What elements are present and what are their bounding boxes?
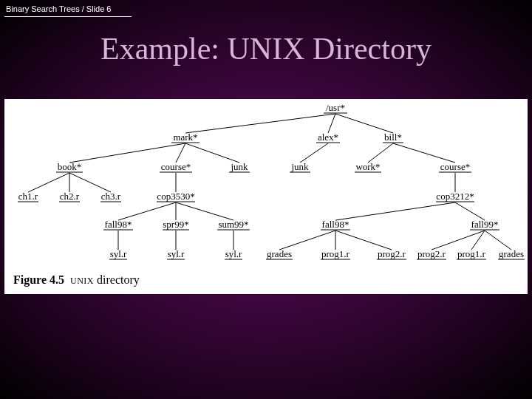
node-work: work* [355, 161, 380, 172]
node-course-bill: course* [440, 161, 470, 172]
node-book: book* [58, 161, 82, 172]
svg-line-22 [279, 231, 335, 250]
node-prog2-b2: prog2.r [417, 248, 446, 259]
node-mark: mark* [173, 132, 197, 143]
caption-rest: directory [97, 273, 140, 286]
node-alex: alex* [318, 132, 338, 143]
node-cop3212: cop3212* [436, 191, 474, 202]
node-prog1-b1: prog1.r [321, 248, 350, 259]
node-spr99: spr99* [163, 219, 188, 230]
svg-line-0 [185, 114, 335, 133]
node-sum99: sum99* [218, 219, 248, 230]
node-grades-b1: grades [267, 248, 292, 259]
svg-line-14 [118, 202, 176, 220]
svg-line-25 [432, 231, 485, 250]
svg-line-26 [471, 231, 485, 250]
slide-title: Example: UNIX Directory [0, 31, 532, 66]
node-syl3: syl.r [225, 248, 242, 259]
node-root: /usr* [326, 102, 345, 113]
svg-line-16 [176, 202, 233, 220]
node-syl2: syl.r [168, 248, 185, 259]
caption-unix: UNIX [70, 276, 94, 286]
svg-line-5 [185, 143, 239, 163]
svg-line-1 [328, 114, 335, 133]
unix-directory-tree: /usr* mark* alex* bill* book* course* ju… [4, 99, 528, 294]
node-course-mark: course* [161, 161, 191, 172]
node-syl1: syl.r [110, 248, 127, 259]
svg-line-2 [335, 114, 393, 133]
svg-line-9 [28, 173, 69, 192]
node-fall98-mark: fall98* [105, 219, 132, 230]
node-junk-mark: junk [230, 161, 248, 172]
figure-caption: Figure 4.5 UNIX directory [13, 273, 140, 287]
node-grades-b2: grades [499, 248, 524, 259]
svg-line-4 [176, 143, 185, 163]
svg-line-18 [455, 202, 485, 220]
breadcrumb: Binary Search Trees / Slide 6 [6, 4, 111, 13]
svg-line-11 [69, 173, 111, 192]
svg-line-6 [300, 143, 328, 163]
node-fall99-bill: fall99* [471, 219, 499, 230]
figure-number: Figure 4.5 [13, 273, 64, 286]
node-cop3530: cop3530* [157, 191, 194, 202]
node-prog1-b2: prog1.r [457, 248, 486, 259]
breadcrumb-underline [4, 16, 132, 17]
node-junk-alex: junk [290, 161, 309, 172]
svg-line-8 [393, 143, 455, 163]
svg-line-7 [368, 143, 393, 163]
svg-line-24 [335, 231, 392, 250]
svg-line-3 [69, 143, 185, 163]
node-ch3: ch3.r [101, 191, 121, 202]
node-fall98-bill: fall98* [322, 219, 349, 230]
node-ch1: ch1.r [18, 191, 38, 202]
figure-panel: /usr* mark* alex* bill* book* course* ju… [4, 99, 528, 294]
svg-line-17 [335, 202, 455, 220]
svg-line-27 [485, 231, 511, 250]
node-prog2-b1: prog2.r [378, 248, 406, 259]
node-ch2: ch2.r [60, 191, 80, 202]
node-bill: bill* [384, 132, 402, 143]
